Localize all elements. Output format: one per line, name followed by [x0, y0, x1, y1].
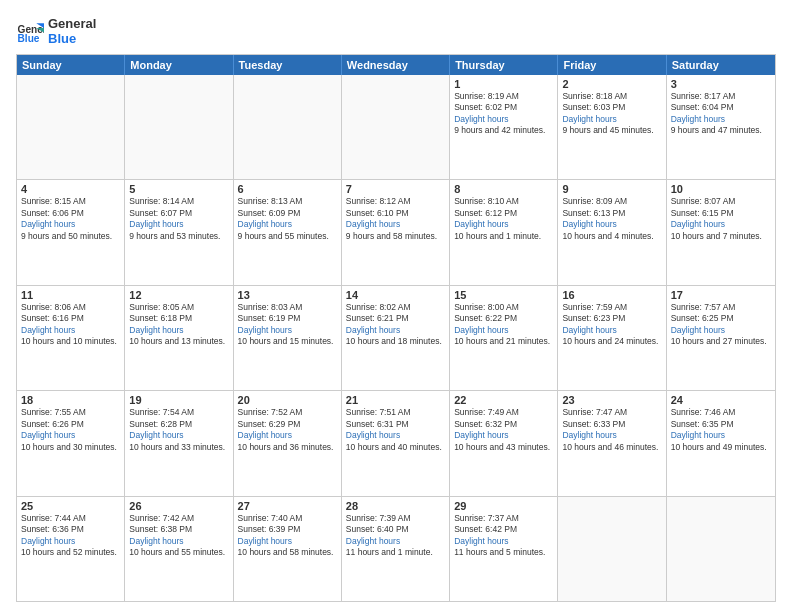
day-number: 18 — [21, 394, 120, 406]
day-cell-25: 25Sunrise: 7:44 AMSunset: 6:36 PMDayligh… — [17, 497, 125, 601]
day-number: 9 — [562, 183, 661, 195]
day-cell-5: 5Sunrise: 8:14 AMSunset: 6:07 PMDaylight… — [125, 180, 233, 284]
day-cell-28: 28Sunrise: 7:39 AMSunset: 6:40 PMDayligh… — [342, 497, 450, 601]
day-info: Sunrise: 7:49 AMSunset: 6:32 PMDaylight … — [454, 407, 553, 453]
week-row-3: 11Sunrise: 8:06 AMSunset: 6:16 PMDayligh… — [17, 286, 775, 391]
day-number: 10 — [671, 183, 771, 195]
day-number: 25 — [21, 500, 120, 512]
day-cell-10: 10Sunrise: 8:07 AMSunset: 6:15 PMDayligh… — [667, 180, 775, 284]
logo-text-blue: Blue — [48, 31, 96, 46]
day-number: 21 — [346, 394, 445, 406]
day-number: 15 — [454, 289, 553, 301]
day-info: Sunrise: 8:14 AMSunset: 6:07 PMDaylight … — [129, 196, 228, 242]
day-info: Sunrise: 7:52 AMSunset: 6:29 PMDaylight … — [238, 407, 337, 453]
day-cell-empty — [125, 75, 233, 179]
day-number: 17 — [671, 289, 771, 301]
day-info: Sunrise: 8:00 AMSunset: 6:22 PMDaylight … — [454, 302, 553, 348]
day-cell-empty — [342, 75, 450, 179]
day-info: Sunrise: 8:15 AMSunset: 6:06 PMDaylight … — [21, 196, 120, 242]
day-cell-20: 20Sunrise: 7:52 AMSunset: 6:29 PMDayligh… — [234, 391, 342, 495]
day-cell-19: 19Sunrise: 7:54 AMSunset: 6:28 PMDayligh… — [125, 391, 233, 495]
day-info: Sunrise: 8:17 AMSunset: 6:04 PMDaylight … — [671, 91, 771, 137]
day-number: 1 — [454, 78, 553, 90]
day-number: 26 — [129, 500, 228, 512]
day-cell-17: 17Sunrise: 7:57 AMSunset: 6:25 PMDayligh… — [667, 286, 775, 390]
day-number: 19 — [129, 394, 228, 406]
day-info: Sunrise: 7:59 AMSunset: 6:23 PMDaylight … — [562, 302, 661, 348]
day-cell-3: 3Sunrise: 8:17 AMSunset: 6:04 PMDaylight… — [667, 75, 775, 179]
day-number: 16 — [562, 289, 661, 301]
day-number: 5 — [129, 183, 228, 195]
day-cell-empty — [667, 497, 775, 601]
logo: General Blue General Blue — [16, 16, 96, 46]
day-info: Sunrise: 8:03 AMSunset: 6:19 PMDaylight … — [238, 302, 337, 348]
day-header-friday: Friday — [558, 55, 666, 75]
day-cell-2: 2Sunrise: 8:18 AMSunset: 6:03 PMDaylight… — [558, 75, 666, 179]
day-info: Sunrise: 7:42 AMSunset: 6:38 PMDaylight … — [129, 513, 228, 559]
day-info: Sunrise: 8:05 AMSunset: 6:18 PMDaylight … — [129, 302, 228, 348]
day-number: 24 — [671, 394, 771, 406]
day-cell-27: 27Sunrise: 7:40 AMSunset: 6:39 PMDayligh… — [234, 497, 342, 601]
day-number: 3 — [671, 78, 771, 90]
day-number: 8 — [454, 183, 553, 195]
day-info: Sunrise: 7:54 AMSunset: 6:28 PMDaylight … — [129, 407, 228, 453]
day-cell-4: 4Sunrise: 8:15 AMSunset: 6:06 PMDaylight… — [17, 180, 125, 284]
day-number: 12 — [129, 289, 228, 301]
day-cell-7: 7Sunrise: 8:12 AMSunset: 6:10 PMDaylight… — [342, 180, 450, 284]
day-number: 4 — [21, 183, 120, 195]
day-info: Sunrise: 8:12 AMSunset: 6:10 PMDaylight … — [346, 196, 445, 242]
day-header-wednesday: Wednesday — [342, 55, 450, 75]
calendar-body: 1Sunrise: 8:19 AMSunset: 6:02 PMDaylight… — [17, 75, 775, 601]
page-header: General Blue General Blue — [16, 16, 776, 46]
day-header-tuesday: Tuesday — [234, 55, 342, 75]
day-header-sunday: Sunday — [17, 55, 125, 75]
day-info: Sunrise: 8:13 AMSunset: 6:09 PMDaylight … — [238, 196, 337, 242]
day-info: Sunrise: 7:55 AMSunset: 6:26 PMDaylight … — [21, 407, 120, 453]
week-row-5: 25Sunrise: 7:44 AMSunset: 6:36 PMDayligh… — [17, 497, 775, 601]
day-cell-22: 22Sunrise: 7:49 AMSunset: 6:32 PMDayligh… — [450, 391, 558, 495]
day-cell-21: 21Sunrise: 7:51 AMSunset: 6:31 PMDayligh… — [342, 391, 450, 495]
day-cell-24: 24Sunrise: 7:46 AMSunset: 6:35 PMDayligh… — [667, 391, 775, 495]
day-cell-13: 13Sunrise: 8:03 AMSunset: 6:19 PMDayligh… — [234, 286, 342, 390]
day-number: 22 — [454, 394, 553, 406]
day-info: Sunrise: 8:10 AMSunset: 6:12 PMDaylight … — [454, 196, 553, 242]
day-info: Sunrise: 7:47 AMSunset: 6:33 PMDaylight … — [562, 407, 661, 453]
day-number: 20 — [238, 394, 337, 406]
day-number: 6 — [238, 183, 337, 195]
day-number: 11 — [21, 289, 120, 301]
day-number: 23 — [562, 394, 661, 406]
day-number: 27 — [238, 500, 337, 512]
day-info: Sunrise: 8:09 AMSunset: 6:13 PMDaylight … — [562, 196, 661, 242]
day-cell-29: 29Sunrise: 7:37 AMSunset: 6:42 PMDayligh… — [450, 497, 558, 601]
day-number: 29 — [454, 500, 553, 512]
day-cell-26: 26Sunrise: 7:42 AMSunset: 6:38 PMDayligh… — [125, 497, 233, 601]
day-cell-8: 8Sunrise: 8:10 AMSunset: 6:12 PMDaylight… — [450, 180, 558, 284]
day-info: Sunrise: 8:18 AMSunset: 6:03 PMDaylight … — [562, 91, 661, 137]
day-cell-16: 16Sunrise: 7:59 AMSunset: 6:23 PMDayligh… — [558, 286, 666, 390]
day-info: Sunrise: 7:46 AMSunset: 6:35 PMDaylight … — [671, 407, 771, 453]
day-number: 2 — [562, 78, 661, 90]
day-cell-11: 11Sunrise: 8:06 AMSunset: 6:16 PMDayligh… — [17, 286, 125, 390]
day-info: Sunrise: 8:06 AMSunset: 6:16 PMDaylight … — [21, 302, 120, 348]
day-number: 14 — [346, 289, 445, 301]
day-cell-18: 18Sunrise: 7:55 AMSunset: 6:26 PMDayligh… — [17, 391, 125, 495]
day-header-monday: Monday — [125, 55, 233, 75]
logo-text-general: General — [48, 16, 96, 31]
day-info: Sunrise: 7:37 AMSunset: 6:42 PMDaylight … — [454, 513, 553, 559]
day-cell-14: 14Sunrise: 8:02 AMSunset: 6:21 PMDayligh… — [342, 286, 450, 390]
day-info: Sunrise: 8:02 AMSunset: 6:21 PMDaylight … — [346, 302, 445, 348]
day-number: 13 — [238, 289, 337, 301]
day-number: 7 — [346, 183, 445, 195]
calendar: SundayMondayTuesdayWednesdayThursdayFrid… — [16, 54, 776, 602]
day-cell-1: 1Sunrise: 8:19 AMSunset: 6:02 PMDaylight… — [450, 75, 558, 179]
day-info: Sunrise: 8:07 AMSunset: 6:15 PMDaylight … — [671, 196, 771, 242]
day-header-saturday: Saturday — [667, 55, 775, 75]
day-cell-23: 23Sunrise: 7:47 AMSunset: 6:33 PMDayligh… — [558, 391, 666, 495]
day-info: Sunrise: 7:44 AMSunset: 6:36 PMDaylight … — [21, 513, 120, 559]
day-info: Sunrise: 7:51 AMSunset: 6:31 PMDaylight … — [346, 407, 445, 453]
day-info: Sunrise: 7:40 AMSunset: 6:39 PMDaylight … — [238, 513, 337, 559]
day-cell-6: 6Sunrise: 8:13 AMSunset: 6:09 PMDaylight… — [234, 180, 342, 284]
day-cell-12: 12Sunrise: 8:05 AMSunset: 6:18 PMDayligh… — [125, 286, 233, 390]
day-cell-empty — [558, 497, 666, 601]
logo-icon: General Blue — [16, 17, 44, 45]
